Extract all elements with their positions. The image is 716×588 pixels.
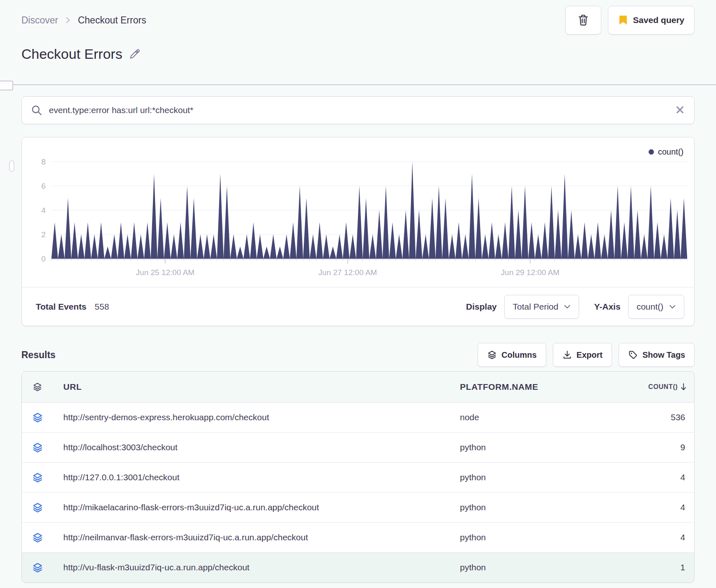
search-icon — [31, 104, 42, 116]
saved-query-button[interactable]: Saved query — [608, 6, 695, 35]
total-events-value: 558 — [95, 302, 109, 312]
header-collapse-handle[interactable] — [0, 81, 13, 90]
breadcrumb-discover[interactable]: Discover — [21, 15, 58, 26]
row-url[interactable]: http://mikaelacarino-flask-errors-m3uuiz… — [53, 502, 460, 512]
edit-title-pencil-icon[interactable] — [128, 48, 141, 60]
svg-text:0: 0 — [41, 255, 46, 263]
results-heading: Results — [21, 350, 55, 361]
row-count: 1 — [616, 563, 694, 572]
delete-query-button[interactable] — [565, 6, 601, 35]
row-platform: python — [460, 532, 616, 542]
search-bar[interactable]: ✕ — [21, 96, 695, 124]
export-button[interactable]: Export — [553, 343, 612, 367]
search-clear-icon[interactable]: ✕ — [675, 104, 685, 116]
tag-icon — [628, 350, 638, 360]
row-count: 4 — [616, 532, 694, 542]
column-header-count[interactable]: COUNT() — [616, 383, 694, 391]
row-count: 4 — [616, 472, 694, 482]
page-title: Checkout Errors — [21, 46, 122, 62]
open-stack-icon[interactable] — [22, 502, 53, 513]
show-tags-button-label: Show Tags — [642, 350, 685, 360]
table-body: http://sentry-demos-express.herokuapp.co… — [22, 403, 694, 582]
table-header-row: URL PLATFORM.NAME COUNT() — [22, 372, 694, 403]
table-row: http://neilmanvar-flask-errors-m3uuizd7i… — [22, 523, 694, 553]
row-count: 9 — [616, 442, 694, 452]
table-row: http://vu-flask-m3uuizd7iq-uc.a.run.app/… — [22, 553, 694, 582]
open-stack-icon[interactable] — [22, 472, 53, 483]
open-stack-icon[interactable] — [22, 442, 53, 453]
display-label: Display — [466, 302, 497, 312]
column-header-url[interactable]: URL — [53, 382, 460, 392]
columns-button[interactable]: Columns — [478, 343, 546, 367]
row-count: 536 — [616, 412, 694, 422]
display-dropdown-value: Total Period — [513, 302, 559, 312]
svg-text:8: 8 — [41, 157, 46, 166]
breadcrumb-current: Checkout Errors — [78, 15, 146, 26]
show-tags-button[interactable]: Show Tags — [619, 343, 695, 367]
breadcrumb-chevron-icon — [65, 16, 71, 24]
chart-footer: Total Events 558 Display Total Period Y-… — [22, 287, 694, 326]
row-url[interactable]: http://localhost:3003/checkout — [53, 442, 460, 452]
table-row: http://sentry-demos-express.herokuapp.co… — [22, 403, 694, 433]
columns-button-label: Columns — [501, 350, 537, 360]
chart-legend[interactable]: count() — [649, 147, 684, 157]
search-input[interactable] — [48, 105, 669, 116]
svg-text:4: 4 — [41, 206, 46, 215]
row-url[interactable]: http://sentry-demos-express.herokuapp.co… — [53, 412, 460, 422]
open-stack-icon[interactable] — [22, 562, 53, 573]
edit-columns-icon[interactable] — [22, 382, 53, 392]
total-events-label: Total Events — [36, 302, 86, 312]
open-stack-icon[interactable] — [22, 412, 53, 423]
results-header-row: Results Columns Export — [21, 343, 695, 367]
column-header-platform[interactable]: PLATFORM.NAME — [460, 382, 616, 392]
chevron-down-icon — [669, 304, 676, 309]
row-platform: python — [460, 563, 616, 572]
display-dropdown[interactable]: Total Period — [504, 295, 580, 319]
results-table: URL PLATFORM.NAME COUNT() http://sentry-… — [21, 371, 695, 583]
y-axis-dropdown-value: count() — [637, 302, 663, 312]
row-platform: python — [460, 472, 616, 482]
table-row: http://127.0.0.1:3001/checkout python 4 — [22, 463, 694, 493]
row-url[interactable]: http://vu-flask-m3uuizd7iq-uc.a.run.app/… — [53, 563, 460, 572]
events-chart-svg: 02468Jun 25 12:00 AMJun 27 12:00 AMJun 2… — [22, 137, 694, 281]
sort-desc-arrow-icon — [680, 383, 687, 391]
events-chart[interactable]: 02468Jun 25 12:00 AMJun 27 12:00 AMJun 2… — [22, 137, 694, 281]
chevron-down-icon — [564, 304, 570, 309]
svg-text:2: 2 — [41, 230, 46, 239]
saved-query-label: Saved query — [633, 15, 684, 25]
svg-text:Jun 29 12:00 AM: Jun 29 12:00 AM — [501, 268, 560, 277]
y-axis-dropdown[interactable]: count() — [628, 295, 684, 319]
svg-text:Jun 27 12:00 AM: Jun 27 12:00 AM — [319, 268, 377, 277]
row-url[interactable]: http://neilmanvar-flask-errors-m3uuizd7i… — [53, 532, 460, 542]
top-bar: Discover Checkout Errors Saved query — [21, 6, 695, 35]
download-icon — [562, 350, 572, 360]
breadcrumb: Discover Checkout Errors — [21, 15, 146, 26]
events-chart-card: 02468Jun 25 12:00 AMJun 27 12:00 AMJun 2… — [21, 137, 695, 326]
header-divider — [0, 84, 716, 85]
export-button-label: Export — [577, 350, 603, 360]
page-title-row: Checkout Errors — [21, 46, 141, 62]
legend-label: count() — [658, 147, 684, 157]
row-platform: python — [460, 442, 616, 452]
y-axis-label: Y-Axis — [594, 302, 620, 312]
top-actions: Saved query — [565, 6, 695, 35]
table-row: http://localhost:3003/checkout python 9 — [22, 433, 694, 463]
legend-dot-icon — [649, 149, 654, 155]
table-row: http://mikaelacarino-flask-errors-m3uuiz… — [22, 493, 694, 523]
results-actions: Columns Export Show Tags — [478, 343, 695, 367]
row-platform: python — [460, 502, 616, 512]
row-url[interactable]: http://127.0.0.1:3001/checkout — [53, 472, 460, 482]
svg-text:Jun 25 12:00 AM: Jun 25 12:00 AM — [136, 268, 195, 277]
scroll-pill — [9, 160, 14, 172]
row-platform: node — [460, 412, 616, 422]
open-stack-icon[interactable] — [22, 532, 53, 543]
layers-icon — [487, 350, 497, 360]
row-count: 4 — [616, 502, 694, 512]
trash-icon — [577, 14, 589, 26]
column-header-count-label: COUNT() — [648, 383, 678, 391]
bookmark-icon — [618, 14, 628, 26]
svg-text:6: 6 — [41, 182, 46, 190]
